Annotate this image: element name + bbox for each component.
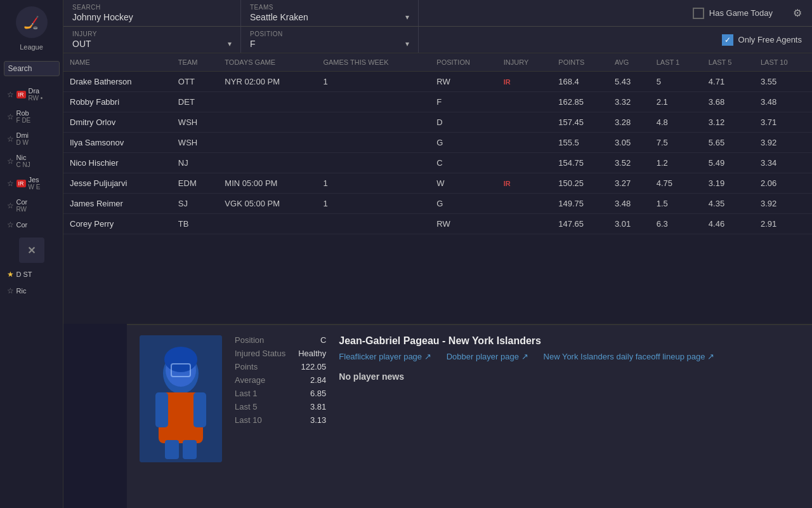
cell-name: Nico Hischier (63, 153, 172, 173)
position-stat-label: Position (235, 335, 264, 345)
cell-position: D (430, 112, 497, 133)
only-free-agents-area: Only Free Agents (712, 27, 812, 53)
cell-last10: 2.91 (754, 214, 812, 234)
injured-status-stat-value: Healthy (298, 349, 326, 358)
table-row[interactable]: Robby Fabbri DET F 162.85 3.32 2.1 3.68 … (63, 92, 812, 112)
popup-stat-last1: Last 1 6.85 (235, 389, 326, 398)
teams-label: TEAMS (250, 4, 409, 11)
sidebar-item-dra[interactable]: ☆ IR Dra RW • (3, 84, 60, 105)
cell-todays-game: MIN 05:00 PM (218, 173, 317, 194)
cell-todays-game (218, 153, 317, 173)
col-todays-game: TODAYS GAME (218, 53, 317, 72)
cell-last1: 5 (650, 72, 702, 92)
sidebar-item-nic[interactable]: ☆ Nic C NJ (3, 150, 60, 171)
position-stat-value: C (320, 335, 326, 345)
points-stat-value: 122.05 (301, 362, 327, 371)
cell-last1: 6.3 (650, 214, 702, 234)
popup-stat-average: Average 2.84 (235, 375, 326, 385)
lineup-link[interactable]: New York Islanders daily faceoff lineup … (544, 352, 714, 361)
cell-games-week (317, 133, 430, 153)
cell-injury (497, 214, 553, 234)
search-filter-input[interactable] (72, 12, 232, 22)
position-select[interactable]: F ▾ (250, 39, 409, 49)
col-points: POINTS (552, 53, 608, 72)
cell-todays-game: NYR 02:00 PM (218, 72, 317, 92)
table-row[interactable]: Jesse Puljujarvi EDM MIN 05:00 PM 1 W IR… (63, 173, 812, 194)
sidebar-item-cor1[interactable]: ☆ Cor RW (3, 195, 60, 216)
cell-avg: 3.28 (608, 112, 650, 133)
player-name: Dmi (16, 131, 29, 139)
cell-injury (497, 153, 553, 173)
sidebar-item-ric[interactable]: ☆ Ric (3, 283, 60, 298)
table-header-row: NAME TEAM TODAYS GAME GAMES THIS WEEK PO… (63, 53, 812, 72)
only-free-agents-checkbox[interactable]: Only Free Agents (722, 34, 802, 46)
table-row[interactable]: Dmitry Orlov WSH D 157.45 3.28 4.8 3.12 … (63, 112, 812, 133)
ir-badge: IR (16, 180, 26, 187)
sidebar-item-rob[interactable]: ☆ Rob F DE (3, 106, 60, 127)
cell-todays-game (218, 112, 317, 133)
cell-games-week: 1 (317, 194, 430, 214)
teams-select[interactable]: Seattle Kraken ▾ (250, 12, 409, 22)
col-last1: LAST 1 (650, 53, 702, 72)
sidebar-item-dmi[interactable]: ☆ Dmi D W (3, 128, 60, 149)
cell-last1: 4.75 (650, 173, 702, 194)
player-pos: D W (16, 139, 29, 146)
cell-games-week: 1 (317, 173, 430, 194)
table-row[interactable]: Nico Hischier NJ C 154.75 3.52 1.2 5.49 … (63, 153, 812, 173)
table-row[interactable]: James Reimer SJ VGK 05:00 PM 1 G 149.75 … (63, 194, 812, 214)
players-table-container: NAME TEAM TODAYS GAME GAMES THIS WEEK PO… (63, 53, 812, 324)
cell-points: 150.25 (552, 173, 608, 194)
cell-last1: 2.1 (650, 92, 702, 112)
cell-last1: 7.5 (650, 133, 702, 153)
cell-last5: 5.65 (702, 133, 754, 153)
svg-rect-3 (155, 392, 168, 427)
search-input[interactable] (4, 61, 60, 76)
cell-position: G (430, 194, 497, 214)
svg-rect-5 (165, 440, 179, 459)
cell-last10: 2.06 (754, 173, 812, 194)
x-icon[interactable]: ✕ (19, 237, 44, 263)
has-game-today-checkbox[interactable]: Has Game Today (693, 8, 773, 19)
cell-last5: 3.68 (702, 92, 754, 112)
players-table: NAME TEAM TODAYS GAME GAMES THIS WEEK PO… (63, 53, 812, 234)
cell-points: 155.5 (552, 133, 608, 153)
dobber-link[interactable]: Dobber player page ↗ (447, 352, 528, 361)
popup-stat-last5: Last 5 3.81 (235, 402, 326, 411)
player-name: D ST (16, 271, 32, 278)
cell-injury (497, 194, 553, 214)
player-popup: × Position C (127, 324, 812, 508)
cell-name: Jesse Puljujarvi (63, 173, 172, 194)
star-icon: ☆ (7, 286, 14, 295)
sidebar-item-jes[interactable]: ☆ IR Jes W E (3, 173, 60, 194)
gear-icon[interactable]: ⚙ (793, 7, 802, 19)
cell-injury (497, 112, 553, 133)
sidebar-item-dstars[interactable]: ★ D ST (3, 267, 60, 282)
injury-select[interactable]: OUT ▾ (72, 39, 232, 49)
cell-avg: 5.43 (608, 72, 650, 92)
cell-games-week (317, 214, 430, 234)
cell-position: W (430, 173, 497, 194)
sidebar-item-cor2[interactable]: ☆ Cor (3, 217, 60, 232)
table-row[interactable]: Drake Batherson OTT NYR 02:00 PM 1 RW IR… (63, 72, 812, 92)
last5-stat-value: 3.81 (310, 402, 326, 411)
cell-last5: 4.71 (702, 72, 754, 92)
cell-last5: 4.46 (702, 214, 754, 234)
cell-last1: 1.2 (650, 153, 702, 173)
points-stat-label: Points (235, 362, 258, 371)
cell-games-week (317, 112, 430, 133)
cell-name: Drake Batherson (63, 72, 172, 92)
fleaflicker-link[interactable]: Fleaflicker player page ↗ (339, 352, 431, 361)
position-label: POSITION (250, 30, 409, 37)
star-icon: ☆ (7, 157, 14, 166)
player-name: Jes (29, 176, 41, 184)
cell-name: James Reimer (63, 194, 172, 214)
cell-last5: 5.49 (702, 153, 754, 173)
star-icon: ☆ (7, 201, 14, 210)
table-row[interactable]: Ilya Samsonov WSH G 155.5 3.05 7.5 5.65 … (63, 133, 812, 153)
cell-last10: 3.34 (754, 153, 812, 173)
cell-injury (497, 133, 553, 153)
cell-games-week (317, 153, 430, 173)
cell-todays-game (218, 133, 317, 153)
cell-position: F (430, 92, 497, 112)
table-row[interactable]: Corey Perry TB RW 147.65 3.01 6.3 4.46 2… (63, 214, 812, 234)
